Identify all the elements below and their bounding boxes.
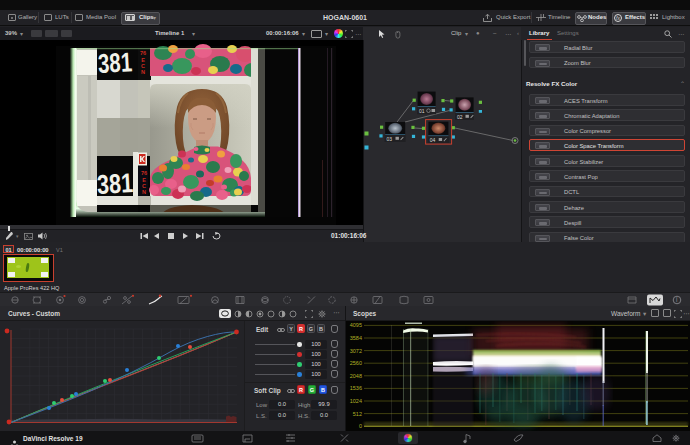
svg-text:01: 01 — [419, 108, 425, 114]
svg-text:04: 04 — [430, 137, 436, 143]
svg-text:4095: 4095 — [350, 322, 362, 328]
svg-text:381: 381 — [97, 47, 133, 79]
svg-text:N: N — [141, 69, 145, 75]
svg-text:1536: 1536 — [350, 385, 362, 391]
svg-text:02: 02 — [457, 114, 463, 120]
svg-text:0: 0 — [359, 423, 362, 429]
svg-text:381: 381 — [96, 168, 134, 200]
svg-text:1024: 1024 — [350, 398, 362, 404]
svg-text:i: i — [676, 296, 677, 303]
svg-text:3584: 3584 — [350, 335, 362, 341]
svg-text:512: 512 — [353, 411, 362, 417]
svg-text:76: 76 — [141, 170, 147, 176]
svg-text:2048: 2048 — [350, 373, 362, 379]
svg-text:2560: 2560 — [350, 360, 362, 366]
svg-text:76: 76 — [140, 50, 146, 56]
svg-text:3072: 3072 — [350, 348, 362, 354]
svg-text:03: 03 — [387, 136, 393, 142]
svg-text:N: N — [142, 189, 146, 195]
